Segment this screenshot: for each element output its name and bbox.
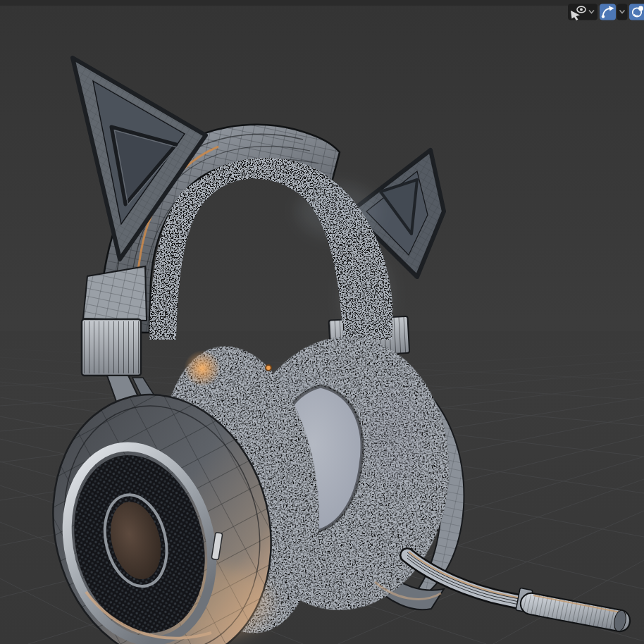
blender-viewport[interactable] bbox=[0, 0, 644, 644]
object-origin-marker[interactable] bbox=[265, 364, 272, 371]
cushion-highlight bbox=[184, 350, 221, 387]
overlays-toggle-button[interactable] bbox=[629, 4, 644, 20]
viewport-canvas[interactable] bbox=[0, 0, 644, 644]
gizmos-toggle-button[interactable] bbox=[600, 4, 616, 20]
viewport-header-controls bbox=[568, 4, 644, 21]
viewport-top-strip bbox=[0, 0, 644, 6]
object-visibility-button[interactable] bbox=[568, 4, 597, 21]
gizmos-dropdown-button[interactable] bbox=[617, 4, 628, 20]
